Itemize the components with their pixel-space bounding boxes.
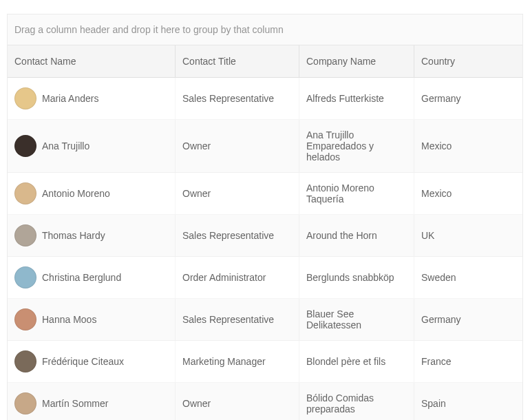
cell-contact-name: Frédérique Citeaux	[8, 341, 175, 382]
contact-name-text: Ana Trujillo	[42, 140, 89, 151]
group-panel[interactable]: Drag a column header and drop it here to…	[8, 14, 522, 45]
cell-contact-name: Thomas Hardy	[8, 215, 175, 256]
cell-contact-title: Marketing Manager	[175, 341, 299, 382]
cell-company-name: Blauer See Delikatessen	[299, 299, 414, 340]
contact-name-text: Martín Sommer	[42, 398, 108, 409]
cell-country: Sweden	[414, 257, 517, 298]
table-row[interactable]: Hanna MoosSales RepresentativeBlauer See…	[8, 299, 522, 341]
cell-company-name: Around the Horn	[299, 215, 414, 256]
column-header-contact-name[interactable]: Contact Name	[8, 45, 175, 77]
contact-name-text: Maria Anders	[42, 93, 98, 104]
cell-country: Germany	[414, 78, 517, 119]
contact-name-text: Thomas Hardy	[42, 230, 105, 241]
cell-contact-name: Hanna Moos	[8, 299, 175, 340]
cell-contact-name: Maria Anders	[8, 78, 175, 119]
contact-name-text: Christina Berglund	[42, 272, 121, 283]
cell-country: Mexico	[414, 173, 517, 214]
cell-contact-title: Owner	[175, 120, 299, 172]
contact-name-text: Hanna Moos	[42, 314, 96, 325]
column-header-company-name[interactable]: Company Name	[299, 45, 414, 77]
contact-name-text: Frédérique Citeaux	[42, 356, 124, 367]
data-grid: Drag a column header and drop it here to…	[7, 14, 523, 420]
table-row[interactable]: Martín SommerOwnerBólido Comidas prepara…	[8, 383, 522, 420]
cell-company-name: Blondel père et fils	[299, 341, 414, 382]
table-row[interactable]: Ana TrujilloOwnerAna Trujillo Emparedado…	[8, 120, 522, 173]
grid-header-row: Contact Name Contact Title Company Name …	[8, 45, 522, 78]
cell-contact-title: Owner	[175, 173, 299, 214]
table-row[interactable]: Maria AndersSales RepresentativeAlfreds …	[8, 78, 522, 120]
avatar	[14, 392, 36, 414]
avatar	[14, 308, 36, 330]
table-row[interactable]: Frédérique CiteauxMarketing ManagerBlond…	[8, 341, 522, 383]
cell-contact-name: Christina Berglund	[8, 257, 175, 298]
cell-country: Mexico	[414, 120, 517, 172]
cell-country: Germany	[414, 299, 517, 340]
cell-contact-title: Sales Representative	[175, 78, 299, 119]
cell-contact-title: Order Administrator	[175, 257, 299, 298]
cell-contact-title: Sales Representative	[175, 215, 299, 256]
cell-company-name: Berglunds snabbköp	[299, 257, 414, 298]
cell-country: Spain	[414, 383, 517, 420]
contact-name-text: Antonio Moreno	[42, 188, 110, 199]
cell-contact-title: Owner	[175, 383, 299, 420]
cell-contact-name: Antonio Moreno	[8, 173, 175, 214]
avatar	[14, 266, 36, 288]
avatar	[14, 182, 36, 204]
cell-country: UK	[414, 215, 517, 256]
cell-contact-name: Ana Trujillo	[8, 120, 175, 172]
table-row[interactable]: Antonio MorenoOwnerAntonio Moreno Taquer…	[8, 173, 522, 215]
grid-body: Maria AndersSales RepresentativeAlfreds …	[8, 78, 522, 420]
cell-contact-title: Sales Representative	[175, 299, 299, 340]
cell-company-name: Bólido Comidas preparadas	[299, 383, 414, 420]
avatar	[14, 224, 36, 246]
column-header-contact-title[interactable]: Contact Title	[175, 45, 299, 77]
cell-company-name: Ana Trujillo Emparedados y helados	[299, 120, 414, 172]
cell-company-name: Antonio Moreno Taquería	[299, 173, 414, 214]
avatar	[14, 135, 36, 157]
avatar	[14, 350, 36, 372]
table-row[interactable]: Thomas HardySales RepresentativeAround t…	[8, 215, 522, 257]
table-row[interactable]: Christina BerglundOrder AdministratorBer…	[8, 257, 522, 299]
cell-country: France	[414, 341, 517, 382]
cell-company-name: Alfreds Futterkiste	[299, 78, 414, 119]
avatar	[14, 87, 36, 109]
column-header-country[interactable]: Country	[414, 45, 517, 77]
cell-contact-name: Martín Sommer	[8, 383, 175, 420]
